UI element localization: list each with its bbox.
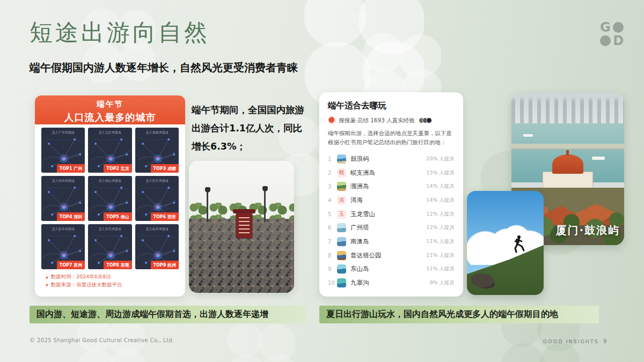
tile-caption: 迁入深圳来源地 xyxy=(43,179,83,183)
bg-motif xyxy=(301,0,424,107)
destination-thumbnail xyxy=(337,264,346,274)
tile-rank-tag: TOP2 北京 xyxy=(104,164,131,173)
mention-percentage: 11% 人提及 xyxy=(426,238,455,245)
tile-caption: 迁入苏州来源地 xyxy=(43,227,83,231)
destinations-card-title: 端午适合去哪玩 xyxy=(328,100,455,112)
destination-list: 1鼓浪屿20% 人提及2蜈蜈支洲岛15% 人提及3涠洲岛14% 人提及4洱洱海1… xyxy=(328,152,455,290)
rank-number: 10 xyxy=(328,280,336,286)
migration-map-tile: 迁入佛山来源地TOP5 佛山 xyxy=(88,176,131,221)
rank-number: 4 xyxy=(328,197,336,203)
destination-row: 4洱洱海14% 人提及 xyxy=(328,194,455,208)
copyright-text: © 2025 Shanghai Good Cultural Creative C… xyxy=(30,337,174,343)
source-line: 搜搜薯·总结 1693 人真实经验 xyxy=(339,117,415,124)
page-number: 9 xyxy=(603,338,606,344)
tile-caption: 迁入杭州来源地 xyxy=(137,227,177,231)
red-dome xyxy=(552,154,583,174)
mention-percentage: 20% 人提及 xyxy=(426,156,455,162)
data-source-notes: ◆数据时间：2024年6月8日◆数据来源：百度迁徙大数据平台 xyxy=(46,273,122,289)
destination-thumbnail: 洱 xyxy=(337,196,346,205)
destination-row: 8普达措公园11% 人提及 xyxy=(328,248,455,262)
migration-card: 端午节 人口流入最多的城市 迁入广州来源地TOP1 广州迁入北京来源地TOP2 … xyxy=(35,95,185,297)
migration-map-tile: 迁入北京来源地TOP2 北京 xyxy=(88,128,131,173)
tile-caption: 迁入佛山来源地 xyxy=(90,179,130,183)
slide: 短途出游向自然 端午假期国内游人数逐年增长，自然风光更受消费者青睐 GD 端午节… xyxy=(0,0,644,362)
tile-caption: 迁入北京来源地 xyxy=(90,130,130,135)
destination-row: 1鼓浪屿20% 人提及 xyxy=(328,152,455,166)
photo-caption: 厦门·鼓浪屿 xyxy=(555,223,620,238)
red-banner-sign xyxy=(236,213,252,238)
photo-pier xyxy=(511,144,624,149)
intro-paragraph: 端午假期出游，选择合适的地点至关重要，以下是根据小红书用户笔记总结出的热门旅行目… xyxy=(328,129,455,147)
destination-row: 6广州塔12% 人提及 xyxy=(328,221,455,235)
logo-letter: D xyxy=(612,34,625,47)
destination-thumbnail xyxy=(337,154,346,164)
destination-name: 普达措公园 xyxy=(350,252,382,260)
rank-number: 7 xyxy=(328,239,336,245)
tile-rank-tag: TOP3 成都 xyxy=(151,164,179,173)
lamppost xyxy=(207,192,208,222)
mention-percentage: 12% 人提及 xyxy=(426,224,455,231)
mention-percentage: 15% 人提及 xyxy=(426,169,455,176)
destination-thumbnail: 蜈 xyxy=(337,168,346,178)
good-logo-icon: GD xyxy=(599,21,625,47)
destination-row: 7南澳岛11% 人提及 xyxy=(328,235,455,249)
avatar xyxy=(426,117,432,123)
destination-thumbnail xyxy=(337,251,346,260)
rank-number: 5 xyxy=(328,211,336,217)
stat-paragraph: 端午节期间，全国国内旅游出游合计1.1亿人次，同比增长6.3%； xyxy=(192,101,307,156)
tile-rank-tag: TOP8 东莞 xyxy=(104,261,131,269)
tile-caption: 迁入成都来源地 xyxy=(137,130,177,135)
data-source-note: ◆数据来源：百度迁徙大数据平台 xyxy=(46,281,122,289)
migration-card-header: 端午节 人口流入最多的城市 xyxy=(35,95,185,124)
migration-map-tile: 迁入东莞来源地TOP8 东莞 xyxy=(88,224,131,269)
boat xyxy=(523,134,533,137)
logo-letter xyxy=(599,34,612,47)
crowd-photo xyxy=(189,161,294,293)
hiker-photo xyxy=(467,191,544,295)
destination-name: 广州塔 xyxy=(350,224,369,232)
source-row: 搜搜薯·总结 1693 人真实经验 xyxy=(328,116,455,124)
destination-thumbnail xyxy=(337,278,346,287)
rank-number: 9 xyxy=(328,266,336,272)
migration-map-tile: 迁入成都来源地TOP3 成都 xyxy=(135,128,179,173)
logo-letter: G xyxy=(599,21,612,34)
bg-motif xyxy=(225,322,295,362)
migration-map-tile: 迁入广州来源地TOP1 广州 xyxy=(41,128,85,173)
tile-rank-tag: TOP1 广州 xyxy=(57,164,85,173)
destination-name: 洱海 xyxy=(350,196,363,204)
jumping-person-silhouette xyxy=(510,234,528,256)
destinations-card: 端午适合去哪玩 搜搜薯·总结 1693 人真实经验 端午假期出游，选择合适的地点… xyxy=(319,92,463,297)
logo-letter xyxy=(612,21,625,34)
destination-name: 蜈支洲岛 xyxy=(350,169,375,177)
migration-map-tile: 迁入苏州来源地TOP7 苏州 xyxy=(41,224,85,269)
destination-name: 东山岛 xyxy=(350,265,369,273)
destination-name: 南澳岛 xyxy=(350,238,369,246)
rank-number: 6 xyxy=(328,225,336,231)
rank-number: 1 xyxy=(328,156,336,162)
destination-row: 10九寨沟9% 人提及 xyxy=(328,276,455,290)
tile-rank-tag: TOP5 佛山 xyxy=(104,212,131,221)
mention-percentage: 11% 人提及 xyxy=(426,252,455,259)
rank-number: 2 xyxy=(328,170,336,176)
photo-buildings xyxy=(511,97,624,123)
destination-thumbnail xyxy=(337,182,346,191)
mention-percentage: 12% 人提及 xyxy=(426,211,455,218)
festival-label: 端午节 xyxy=(35,99,185,109)
destination-thumbnail xyxy=(337,223,346,232)
page-subtitle: 端午假期国内游人数逐年增长，自然风光更受消费者青睐 xyxy=(30,61,298,75)
card-headline: 人口流入最多的城市 xyxy=(35,111,185,124)
rank-number: 3 xyxy=(328,183,336,189)
tile-caption: 迁入东莞来源地 xyxy=(90,227,130,231)
rank-number: 8 xyxy=(328,253,336,258)
tile-caption: 迁入广州来源地 xyxy=(43,130,83,135)
user-avatars xyxy=(419,117,432,123)
data-source-note: ◆数据时间：2024年6月8日 xyxy=(46,273,122,281)
mention-percentage: 14% 人提及 xyxy=(426,197,455,204)
tile-rank-tag: TOP9 杭州 xyxy=(151,261,179,269)
tile-rank-tag: TOP4 深圳 xyxy=(57,212,85,221)
destination-row: 3涠洲岛14% 人提及 xyxy=(328,180,455,194)
mention-percentage: 14% 人提及 xyxy=(426,183,455,190)
migration-map-tile: 迁入杭州来源地TOP9 杭州 xyxy=(135,224,179,269)
map-grid: 迁入广州来源地TOP1 广州迁入北京来源地TOP2 北京迁入成都来源地TOP3 … xyxy=(41,128,179,269)
takeaway-banner-right: 夏日出行游山玩水，国内自然风光成更多人的端午假期目的地 xyxy=(319,306,599,323)
